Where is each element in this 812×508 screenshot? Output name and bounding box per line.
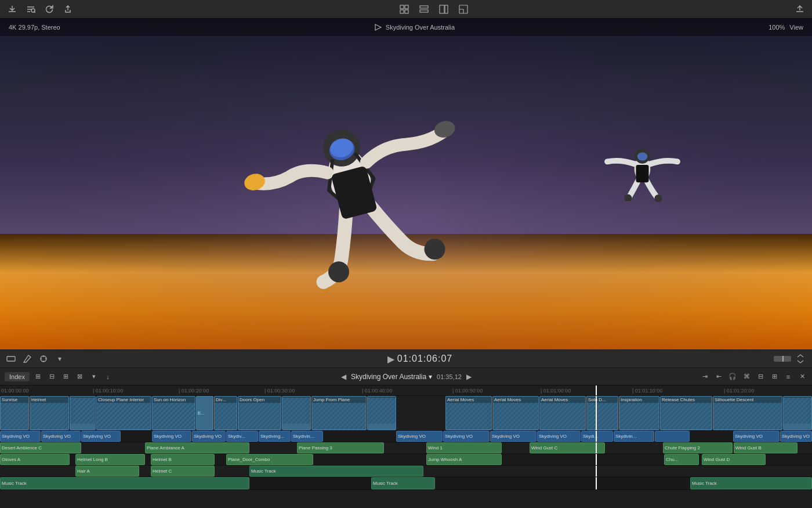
clip-0[interactable]: Sunrise (0, 396, 29, 430)
clip-17[interactable]: Silhouette Descent (713, 396, 782, 430)
clip-5[interactable]: Skydiv... (226, 431, 258, 442)
clip-3[interactable]: Plane_Door_Combo (226, 454, 313, 465)
clip-13[interactable]: Aerial Moves (539, 396, 586, 430)
clip-11[interactable]: Aerial Moves (445, 396, 492, 430)
hand-tool-icon[interactable]: ▾ (53, 352, 66, 365)
blade-tool-icon[interactable] (21, 352, 34, 365)
zoom-level[interactable]: 100% (768, 24, 785, 31)
clip-4[interactable]: Jump Whoosh A (426, 454, 502, 465)
clip-5[interactable]: Chu... (664, 454, 699, 465)
clip-2[interactable] (70, 396, 96, 430)
clip-5[interactable]: Chute Flapping 2 (663, 442, 733, 453)
clip-appearance-icon[interactable]: ⊞ (33, 372, 44, 382)
clip-6[interactable]: Skydiving... (259, 431, 291, 442)
clip-0[interactable]: Music Track (0, 477, 249, 489)
view-button[interactable]: View (789, 24, 803, 31)
zoom-fit-icon[interactable]: ⊞ (769, 372, 780, 382)
zoom-out-icon[interactable]: ⊟ (47, 372, 57, 382)
clip-1[interactable]: Music Track (371, 477, 435, 489)
clip-1[interactable]: Skydiving VO (41, 431, 81, 442)
clip-2[interactable]: Music Track (249, 466, 423, 477)
clip-15[interactable]: Inspiration (619, 396, 659, 430)
clip-tool-icon[interactable] (5, 352, 17, 365)
import-icon[interactable] (6, 3, 19, 16)
magnetic-icon[interactable]: ⇥ (699, 372, 710, 382)
clip-9[interactable]: Skydiving VO (443, 431, 490, 442)
clip-7[interactable]: Skydivin... (291, 431, 323, 442)
clip-10[interactable]: Skydiving VO (490, 431, 536, 442)
next-nav-button[interactable]: ▶ (466, 373, 472, 381)
clip-12[interactable]: Aerial Moves (492, 396, 539, 430)
clip-3[interactable]: Wind 1 (426, 442, 502, 453)
refresh-icon[interactable] (43, 3, 56, 16)
grid-view-icon[interactable] (398, 3, 411, 16)
audio-row-3: Hair AHelmet CMusic Track (0, 466, 812, 477)
clip-16[interactable]: Skydiving VO (780, 431, 812, 442)
clip-3[interactable]: Skydiving VO (152, 431, 191, 442)
clip-8[interactable] (282, 396, 311, 430)
audio-icon[interactable]: ↓ (103, 372, 113, 382)
clip-0[interactable]: Desert Ambience C (0, 442, 81, 453)
snapping-icon[interactable]: ⇤ (713, 372, 724, 382)
clip-0[interactable]: Hair A (75, 466, 139, 477)
share-icon[interactable] (61, 3, 74, 16)
clip-14[interactable] (655, 431, 690, 442)
clip-14[interactable]: Solo D... (586, 396, 618, 430)
clip-5[interactable]: E... (196, 396, 213, 430)
preview-meta: 4K 29.97p, Stereo (9, 24, 60, 31)
clip-18[interactable] (783, 396, 812, 430)
keyword-icon[interactable] (24, 3, 37, 16)
clip-7[interactable]: Doors Open (238, 396, 281, 430)
clip-6[interactable]: Wind Gust B (734, 442, 798, 453)
clip-2[interactable]: Skydiving VO (81, 431, 121, 442)
project-dropdown-icon[interactable]: ▾ (429, 373, 432, 381)
clip-2[interactable]: Music Track (690, 477, 812, 489)
index-button[interactable]: Index (5, 372, 30, 381)
clip-1[interactable]: Helmet Long B (75, 454, 145, 465)
settings-icon[interactable]: ≡ (783, 372, 793, 382)
clip-0[interactable]: Gloves A (0, 454, 70, 465)
connection-icon[interactable]: ⌘ (741, 372, 752, 382)
music-track-row: Music TrackMusic TrackMusic Track (0, 477, 812, 490)
tc-mark-7: | 01:01:10:00 (632, 388, 662, 394)
skimmer-icon[interactable]: ▾ (89, 372, 99, 382)
timecode-ruler[interactable]: 01:00:00:00 | 01:00:10:00 | 01:00:20:00 … (0, 385, 812, 396)
clip-4[interactable]: Sun on Horizon (152, 396, 195, 430)
export-icon[interactable] (793, 3, 806, 16)
clip-6[interactable]: Wind Gust D (702, 454, 766, 465)
roles-icon[interactable]: ⊟ (755, 372, 766, 382)
clip-3[interactable]: Closeup Plane Interior (96, 396, 151, 430)
clip-4[interactable]: Skydiving VO (192, 431, 226, 442)
clip-2[interactable]: Plane Passing 3 (297, 442, 384, 453)
close-icon[interactable]: ✕ (797, 372, 807, 382)
clip-13[interactable]: Skydivin... (614, 431, 654, 442)
prev-nav-button[interactable]: ◀ (341, 373, 346, 381)
clip-2[interactable]: Helmet B (151, 454, 215, 465)
clip-0[interactable]: Skydiving VO (0, 431, 41, 442)
tc-mark-0: 01:00:00:00 (1, 388, 29, 394)
tc-mark-6: | 01:01:00:00 (541, 388, 571, 394)
list-view-icon[interactable] (418, 3, 430, 16)
clip-11[interactable]: Skydiving VO (537, 431, 581, 442)
clip-6[interactable]: Div... (214, 396, 237, 430)
layout-icon[interactable] (457, 3, 470, 16)
clip-10[interactable] (367, 396, 396, 430)
clip-15[interactable]: Skydiving VO (733, 431, 780, 442)
clip-1[interactable]: Plane Ambiance A (145, 442, 249, 453)
clip-4[interactable]: Wind Gust C (530, 442, 605, 453)
expand-icon[interactable] (795, 352, 807, 365)
clip-9[interactable]: Jump From Plane (311, 396, 367, 430)
clip-1[interactable]: Helmet C (151, 466, 215, 477)
clip-8[interactable]: Skydiving VO (396, 431, 443, 442)
timeline-area: ▾ ▶ 01:01:06:07 Index ⊞ ⊟ ⊞ ⊠ ▾ ↓ ◀ Skyd… (0, 350, 812, 508)
clip-16[interactable]: Release Chutes (660, 396, 712, 430)
inspector-icon[interactable] (437, 3, 450, 16)
svg-rect-25 (7, 356, 15, 361)
range-tool-icon[interactable] (37, 352, 50, 365)
clip-height-icon[interactable]: ⊠ (75, 372, 85, 382)
audio-row-2: Gloves AHelmet Long BHelmet BPlane_Door_… (0, 454, 812, 466)
clip-12[interactable]: Skydi... (581, 431, 613, 442)
clip-1[interactable]: Helmet (30, 396, 69, 430)
headphone-icon[interactable]: 🎧 (727, 372, 738, 382)
zoom-in-icon[interactable]: ⊞ (61, 372, 71, 382)
